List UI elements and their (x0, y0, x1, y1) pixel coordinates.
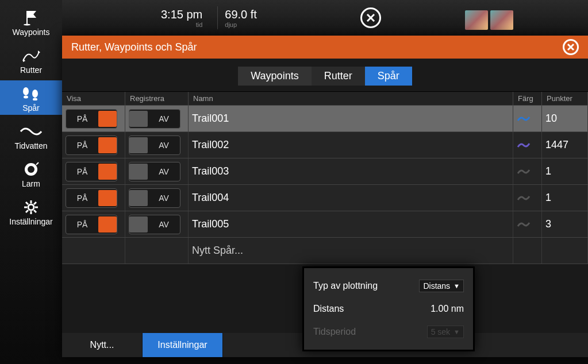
points-value: 1 (542, 158, 588, 184)
trail-color-icon (517, 220, 531, 229)
settings-button[interactable]: Inställningar (143, 333, 223, 357)
period-value: 5 sek (431, 327, 450, 336)
sidebar-label: Spår (22, 103, 40, 113)
depth-display: 69.0 ft djup (225, 8, 257, 28)
show-toggle[interactable]: PÅ (66, 135, 117, 155)
svg-point-0 (24, 24, 30, 26)
tab-routes[interactable]: Rutter (312, 67, 365, 86)
distance-row[interactable]: Distans 1.00 nm (304, 298, 473, 320)
sidebar-label: Tidvatten (14, 141, 47, 150)
dialog-title: Rutter, Waypoints och Spår (71, 41, 197, 53)
top-status-bar: 3:15 pm tid 69.0 ft djup (0, 0, 588, 36)
svg-point-2 (24, 96, 28, 99)
distance-label: Distans (313, 304, 344, 314)
table-row[interactable]: PÅ AV Trail004 1 (62, 185, 588, 211)
top-close-button[interactable] (360, 7, 381, 28)
time-value: 3:15 pm (161, 8, 202, 21)
sidebar-label: Larm (22, 179, 40, 188)
period-label: Tidsperiod (313, 327, 356, 337)
col-record: Registrera (125, 92, 189, 105)
points-value: 1 (542, 185, 588, 211)
points-value: 1447 (542, 132, 588, 158)
gear-icon (20, 199, 43, 216)
table-header: Visa Registrera Namn Färg Punkter (62, 92, 588, 106)
col-color: Färg (513, 92, 542, 105)
plot-type-dropdown[interactable]: Distans ▼ (419, 280, 464, 292)
dialog-header: Rutter, Waypoints och Spår (62, 36, 588, 59)
sidebar-item-waypoints[interactable]: Waypoints (0, 5, 62, 39)
chart-thumbnails[interactable] (465, 10, 513, 30)
color-cell (513, 106, 542, 131)
tab-waypoints[interactable]: Waypoints (238, 67, 311, 86)
chevron-down-icon: ▼ (454, 328, 460, 335)
sidebar-label: Rutter (20, 65, 42, 75)
col-points: Punkter (542, 92, 588, 105)
tab-tracks[interactable]: Spår (365, 67, 412, 86)
sidebar-item-tides[interactable]: Tidvatten (0, 118, 62, 153)
svg-point-6 (28, 166, 34, 173)
settings-popup: Typ av plottning Distans ▼ Distans 1.00 … (302, 266, 475, 351)
distance-value: 1.00 nm (431, 304, 464, 314)
close-icon (567, 43, 575, 51)
time-display: 3:15 pm tid (161, 8, 210, 28)
sidebar-nav: Waypoints Rutter Spår Tidvatten Larm Ins… (0, 0, 62, 364)
period-dropdown: 5 sek ▼ (427, 326, 464, 338)
wave-icon (20, 123, 43, 140)
flag-icon (20, 9, 43, 26)
sidebar-item-settings[interactable]: Inställningar (0, 194, 62, 229)
svg-point-1 (23, 87, 29, 95)
separator (217, 6, 218, 29)
trail-color-icon (517, 141, 531, 149)
track-name: Trail001 (189, 106, 513, 131)
table-row[interactable]: PÅ AV Trail001 10 (62, 106, 588, 132)
record-toggle[interactable]: AV (129, 188, 180, 208)
plot-type-label: Typ av plottning (313, 281, 378, 291)
record-toggle[interactable]: AV (129, 135, 180, 155)
footsteps-icon (20, 85, 43, 102)
period-row: Tidsperiod 5 sek ▼ (304, 320, 473, 344)
record-toggle[interactable]: AV (129, 109, 180, 129)
points-value: 10 (542, 106, 588, 131)
trail-color-icon (517, 168, 531, 176)
color-cell (513, 211, 542, 237)
col-name: Namn (189, 92, 513, 105)
time-label: tid (161, 21, 202, 28)
dialog-close-button[interactable] (563, 39, 579, 55)
svg-point-4 (33, 98, 37, 101)
dialog-tabs: Waypoints Rutter Spår (62, 67, 588, 86)
table-row[interactable]: PÅ AV Trail002 1447 (62, 132, 588, 158)
plot-type-row: Typ av plottning Distans ▼ (304, 274, 473, 298)
color-cell (513, 185, 542, 211)
points-value: 3 (542, 211, 588, 237)
new-button[interactable]: Nytt... (62, 333, 143, 357)
show-toggle[interactable]: PÅ (66, 215, 117, 234)
close-icon (366, 13, 376, 23)
depth-value: 69.0 ft (225, 8, 257, 21)
color-cell (513, 158, 542, 184)
sidebar-item-alarm[interactable]: Larm (0, 156, 62, 191)
table-row[interactable]: PÅ AV Trail003 1 (62, 158, 588, 185)
depth-label: djup (225, 21, 257, 28)
record-toggle[interactable]: AV (129, 215, 180, 234)
tracks-table: Visa Registrera Namn Färg Punkter PÅ AV … (62, 91, 588, 264)
new-track-row[interactable]: Nytt Spår... (62, 238, 588, 264)
sidebar-item-routes[interactable]: Rutter (0, 42, 62, 77)
col-show: Visa (62, 92, 125, 105)
svg-point-7 (28, 204, 34, 210)
sidebar-label: Inställningar (9, 217, 53, 226)
sidebar-item-tracks[interactable]: Spår (0, 80, 62, 115)
bell-icon (20, 161, 43, 178)
trail-color-icon (517, 115, 531, 123)
sidebar-label: Waypoints (13, 28, 50, 37)
chevron-down-icon: ▼ (454, 282, 460, 289)
show-toggle[interactable]: PÅ (66, 109, 117, 129)
table-row[interactable]: PÅ AV Trail005 3 (62, 211, 588, 238)
route-icon (20, 47, 43, 64)
record-toggle[interactable]: AV (129, 162, 180, 181)
plot-type-value: Distans (423, 281, 450, 291)
svg-point-3 (32, 90, 38, 98)
show-toggle[interactable]: PÅ (66, 162, 117, 181)
track-name: Trail005 (189, 211, 513, 237)
show-toggle[interactable]: PÅ (66, 188, 117, 208)
track-name: Trail004 (189, 185, 513, 211)
